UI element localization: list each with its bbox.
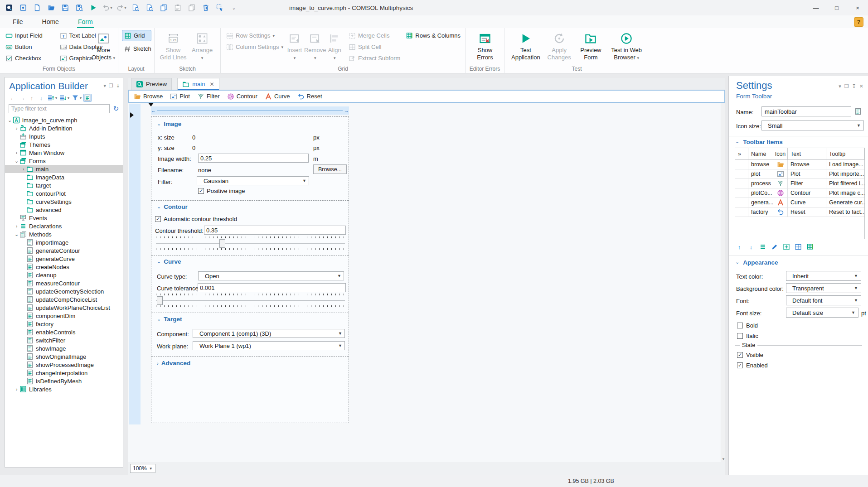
section-header-curve[interactable]: ⌄Curve xyxy=(157,258,181,265)
browse-file-button[interactable]: Browse... xyxy=(313,164,347,174)
tree-item-Forms[interactable]: ⌄Forms xyxy=(5,157,123,165)
tree-item-generateCurve[interactable]: generateCurve xyxy=(5,255,123,263)
move-down-icon[interactable]: ↓ xyxy=(37,94,45,102)
item-move-up-icon[interactable]: ↑ xyxy=(735,243,743,251)
tree-item-updateWorkPlaneChoiceList[interactable]: updateWorkPlaneChoiceList xyxy=(5,304,123,312)
tree-item-cleanup[interactable]: cleanup xyxy=(5,271,123,279)
tree-item-showProcessedImage[interactable]: showProcessedImage xyxy=(5,361,123,369)
image-width-input[interactable] xyxy=(198,154,309,163)
column-header-text[interactable]: Text xyxy=(788,148,826,159)
row-settings-button[interactable]: Row Settings ▾ xyxy=(224,30,285,41)
curve-toolbar-button[interactable]: Curve xyxy=(265,93,290,100)
tree-item-target[interactable]: target xyxy=(5,181,123,189)
scroll-down-icon[interactable]: ▼ xyxy=(721,457,726,461)
test-in-web-browser-button[interactable]: Test in WebBrowser ▾ xyxy=(606,30,646,66)
float-panel-icon[interactable]: ❐ xyxy=(844,83,849,89)
plot-toolbar-button[interactable]: Plot xyxy=(170,93,189,100)
column-header-icon[interactable]: Icon xyxy=(773,148,788,159)
column-width-guide[interactable]: ← → xyxy=(151,106,349,115)
toolbar-item-row-contour[interactable]: plotCo...ContourPlot image c... xyxy=(735,188,864,198)
undo-icon[interactable]: ▾ xyxy=(102,2,113,13)
align-button[interactable]: Align▾ xyxy=(326,30,343,66)
add-toggle-item-icon[interactable] xyxy=(794,243,802,251)
chevron-down-icon[interactable]: ⌄ xyxy=(14,158,19,164)
tree-item-Add-in Definition[interactable]: ›Add-in Definition xyxy=(5,124,123,132)
run-application-icon[interactable] xyxy=(88,2,99,13)
paste-icon[interactable] xyxy=(172,2,183,13)
chevron-down-icon[interactable]: ⌄ xyxy=(7,117,13,123)
redo-icon[interactable]: ▾ xyxy=(116,2,127,13)
tab-main[interactable]: main ✕ xyxy=(177,78,219,90)
slider-thumb[interactable] xyxy=(219,239,225,248)
show-grid-lines-button[interactable]: ShowGrid Lines xyxy=(158,30,188,66)
extract-subform-button[interactable]: Extract Subform xyxy=(347,53,402,64)
maximize-button[interactable]: □ xyxy=(826,0,847,15)
duplicate-icon[interactable] xyxy=(186,2,197,13)
model-manager-icon[interactable] xyxy=(18,2,29,13)
tree-item-showImage[interactable]: showImage xyxy=(5,344,123,352)
tree-item-factory[interactable]: factory xyxy=(5,320,123,328)
show-errors-button[interactable]: ShowErrors xyxy=(469,30,501,66)
positive-image-checkbox[interactable]: ✓Positive image xyxy=(198,188,245,194)
close-button[interactable]: × xyxy=(847,0,868,15)
column-settings-button[interactable]: Column Settings ▾ xyxy=(224,41,285,53)
merge-cells-button[interactable]: Merge Cells xyxy=(347,30,402,41)
tree-item-curveSettings[interactable]: curveSettings xyxy=(5,198,123,206)
panel-menu-icon[interactable]: ▾ xyxy=(839,83,841,89)
split-cell-button[interactable]: Split Cell xyxy=(347,41,402,53)
tree-item-Main Window[interactable]: ›Main Window xyxy=(5,149,123,157)
toolbar-item-row-filter[interactable]: processFilterPlot filtered i... xyxy=(735,179,864,188)
remove-button[interactable]: Remove▾ xyxy=(304,30,326,66)
find-in-document-icon[interactable] xyxy=(144,2,155,13)
delete-icon[interactable] xyxy=(200,2,211,13)
tree-item-showOriginalImage[interactable]: showOriginalImage xyxy=(5,352,123,361)
section-header-advanced[interactable]: ›Advanced xyxy=(157,360,190,366)
vertical-scrollbar[interactable]: ▼ xyxy=(721,103,725,462)
add-item-icon[interactable] xyxy=(782,243,790,251)
apply-changes-button[interactable]: ApplyChanges xyxy=(543,30,575,66)
add-separator-icon[interactable] xyxy=(759,243,767,251)
more-objects-button[interactable]: More Objects ▾ xyxy=(90,30,117,66)
save-as-icon[interactable] xyxy=(74,2,85,13)
close-tab-icon[interactable]: ✕ xyxy=(209,81,214,87)
contour-threshold-slider[interactable] xyxy=(156,236,345,251)
chevron-right-icon[interactable]: › xyxy=(14,386,19,392)
filter-toolbar-button[interactable]: Filter xyxy=(197,93,220,100)
chevron-right-icon[interactable]: › xyxy=(14,150,19,155)
new-file-icon[interactable] xyxy=(32,2,43,13)
chevron-right-icon[interactable]: › xyxy=(20,166,26,172)
zoom-level-dropdown[interactable]: 100% ▼ xyxy=(130,464,155,473)
form-editor-canvas[interactable]: ← → ⌄Image x: size 0 px y: size 0 px Ima… xyxy=(128,103,721,462)
tab-preview[interactable]: Preview xyxy=(131,78,172,90)
tree-item-imageData[interactable]: imageData xyxy=(5,173,123,181)
column-header-name[interactable]: Name xyxy=(748,148,773,159)
font-size-dropdown[interactable]: Default size▼ xyxy=(786,308,858,318)
open-file-icon[interactable] xyxy=(46,2,57,13)
component-dropdown[interactable]: Component 1 (comp1) (3D)▼ xyxy=(193,329,345,338)
filter-dropdown[interactable]: Gaussian▼ xyxy=(197,176,309,185)
tree-item-Methods[interactable]: ⌄Methods xyxy=(5,230,123,238)
tree-item-componentDim[interactable]: componentDim xyxy=(5,312,123,320)
refresh-filter-icon[interactable]: ↻ xyxy=(112,105,120,113)
reset-toolbar-button[interactable]: Reset xyxy=(297,93,322,100)
contour-threshold-input[interactable] xyxy=(204,226,346,235)
browse-toolbar-button[interactable]: Browse xyxy=(134,93,163,100)
expand-all-icon[interactable] xyxy=(59,94,67,102)
tab-form[interactable]: Form xyxy=(72,16,99,27)
column-header-tooltip[interactable]: Tooltip xyxy=(826,148,864,159)
float-panel-icon[interactable]: ❐ xyxy=(109,83,113,89)
tree-item-generateContour[interactable]: generateContour xyxy=(5,246,123,255)
icon-size-dropdown[interactable]: Small▼ xyxy=(761,121,864,130)
help-button[interactable]: ? xyxy=(854,17,863,27)
contour-toolbar-button[interactable]: Contour xyxy=(227,93,257,100)
back-icon[interactable]: ← xyxy=(9,94,17,102)
tree-item-image_to_curve.mph[interactable]: ⌄image_to_curve.mph xyxy=(5,116,123,124)
toolbar-items-table[interactable]: »NameIconTextTooltipbrowseBrowseLoad ima… xyxy=(735,148,865,239)
font-dropdown[interactable]: Default font▼ xyxy=(786,295,861,305)
edit-item-icon[interactable] xyxy=(771,243,779,251)
tree-item-enableControls[interactable]: enableControls xyxy=(5,328,123,336)
section-header-contour[interactable]: ⌄Contour xyxy=(157,203,188,210)
pin-panel-icon[interactable]: ↧ xyxy=(116,83,120,89)
arrange-button[interactable]: Arrange▾ xyxy=(188,30,216,66)
panel-menu-icon[interactable]: ▾ xyxy=(103,83,106,89)
